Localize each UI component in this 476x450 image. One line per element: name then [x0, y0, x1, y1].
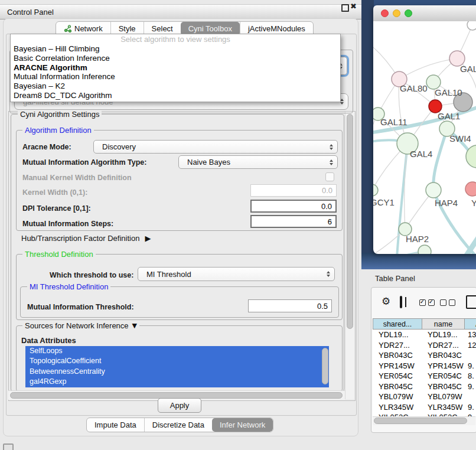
- dropdown-item[interactable]: Dream8 DC_TDC Algorithm: [11, 91, 340, 100]
- hub-definition-label: Hub/Transcription Factor Definition: [21, 234, 139, 243]
- network-view-window[interactable]: GAL GAL80 GAL10 GAL1 GAL11 SWI4 GAL4 GCY…: [373, 5, 476, 254]
- mi-steps-label: Mutual Information Steps:: [22, 220, 113, 228]
- dropdown-prompt: Select algorithm to view settings: [11, 34, 340, 44]
- kernel-width-field[interactable]: 0.0: [250, 184, 337, 197]
- which-threshold-value: MI Threshold: [138, 270, 191, 279]
- cyni-mode-tabs: Impute Data Discretize Data Infer Networ…: [86, 418, 273, 432]
- table-row[interactable]: YBL079WYBL079W: [373, 392, 476, 402]
- table-row[interactable]: YDR27...YDR27...12: [373, 340, 476, 351]
- table-row[interactable]: YPR145WYPR145W9.: [373, 361, 476, 371]
- mi-threshold-label: Mutual Information Threshold:: [27, 303, 134, 311]
- svg-text:GAL80: GAL80: [400, 83, 428, 93]
- cyni-settings-group-title: Cyni Algorithm Settings: [18, 110, 102, 119]
- network-canvas[interactable]: GAL GAL80 GAL10 GAL1 GAL11 SWI4 GAL4 GCY…: [373, 21, 476, 254]
- node-gcy1[interactable]: [373, 184, 378, 196]
- svg-text:HAP2: HAP2: [406, 234, 429, 244]
- manual-kernel-label: Manual Kernel Width Definition: [22, 174, 132, 182]
- combo-stepper-icon: [330, 144, 333, 150]
- table-row[interactable]: YBR045CYBR045C9.: [373, 381, 476, 392]
- combo-stepper-icon: [327, 271, 330, 277]
- dropdown-item-selected[interactable]: ARACNE Algorithm: [11, 63, 340, 73]
- control-panel-title: Control Panel: [7, 8, 54, 17]
- minimize-window-icon[interactable]: [393, 9, 400, 17]
- algorithm-definition-title: Algorithm Definition: [22, 126, 94, 135]
- settings-gear-icon[interactable]: ⚙: [382, 295, 390, 307]
- svg-text:Y: Y: [471, 198, 476, 208]
- threshold-definition-title: Threshold Definition: [22, 250, 96, 259]
- deselect-columns-icon[interactable]: [440, 299, 455, 306]
- tab-impute-data[interactable]: Impute Data: [87, 418, 144, 432]
- mi-steps-field[interactable]: 6: [250, 215, 337, 228]
- node-unlabeled[interactable]: [467, 21, 476, 30]
- desktop-shadow: [361, 0, 374, 269]
- table-row[interactable]: YLR345WYLR345W9.: [373, 402, 476, 413]
- data-attributes-list: SelfLoops TopologicalCoefficient Between…: [25, 346, 329, 387]
- export-table-icon[interactable]: [466, 295, 476, 309]
- svg-text:GAL: GAL: [460, 64, 476, 74]
- settings-vscroll-thumb[interactable]: [347, 114, 353, 329]
- float-window-icon[interactable]: [341, 4, 349, 12]
- mi-threshold-definition-title: MI Threshold Definition: [27, 282, 110, 291]
- attribute-item-selected[interactable]: gal4RGexp: [25, 377, 329, 387]
- mi-type-label: Mutual Information Algorithm Type:: [22, 158, 146, 167]
- sources-group-title[interactable]: Sources for Network Inference ▼: [22, 321, 139, 330]
- tab-discretize-data[interactable]: Discretize Data: [144, 418, 212, 432]
- close-window-icon[interactable]: [381, 9, 389, 17]
- attribute-item-selected[interactable]: BetweennessCentrality: [25, 367, 329, 377]
- svg-text:HAP4: HAP4: [435, 198, 458, 208]
- algorithm-dropdown-popup: Select algorithm to view settings Bayesi…: [10, 34, 341, 102]
- screen: Control Panel ✖ Network Style Select Cyn…: [0, 0, 476, 450]
- zoom-window-icon[interactable]: [405, 9, 412, 17]
- which-threshold-label: Which threshold to use:: [50, 271, 133, 279]
- aracne-mode-label: Aracne Mode:: [22, 143, 71, 151]
- expand-arrow-icon: ▶: [145, 234, 151, 243]
- node-bottom[interactable]: [418, 245, 431, 254]
- attribute-item-selected[interactable]: SelfLoops: [25, 346, 329, 356]
- mi-type-value: Naive Bayes: [179, 158, 230, 167]
- select-all-columns-icon[interactable]: [419, 299, 435, 306]
- apply-button[interactable]: Apply: [158, 398, 201, 413]
- close-panel-icon[interactable]: ✖: [350, 2, 357, 11]
- aracne-mode-value: Discovery: [94, 142, 136, 151]
- table-panel-title: Table Panel: [375, 274, 415, 283]
- table-panel: ⚙ shared... name A YDL19...YDL19...13 YD…: [371, 287, 476, 433]
- table-row[interactable]: YDL19...YDL19...13: [373, 330, 476, 340]
- manual-kernel-checkbox[interactable]: [325, 172, 334, 181]
- svg-text:GAL10: GAL10: [435, 87, 462, 97]
- table-body: YDL19...YDL19...13 YDR27...YDR27...12 YB…: [373, 330, 476, 416]
- mi-threshold-field[interactable]: 0.5: [248, 299, 332, 312]
- table-hscroll-thumb[interactable]: [374, 418, 467, 424]
- dropdown-item[interactable]: Basic Correlation Inference: [11, 54, 340, 63]
- node-salmon[interactable]: [465, 182, 476, 196]
- network-node-labels: GAL GAL80 GAL10 GAL1 GAL11 SWI4 GAL4 GCY…: [373, 64, 476, 244]
- hub-definition-expander[interactable]: Hub/Transcription Factor Definition ▶: [21, 234, 151, 243]
- table-row[interactable]: YER054CYER054C8.: [373, 371, 476, 381]
- attributes-list-scrollbar[interactable]: [322, 348, 328, 384]
- column-header-partial[interactable]: A: [464, 318, 476, 330]
- column-header-name[interactable]: name: [422, 318, 465, 330]
- table-row[interactable]: YBR043CYBR043C: [373, 350, 476, 361]
- svg-text:GCY1: GCY1: [373, 197, 395, 207]
- desktop-band: [361, 253, 476, 269]
- svg-text:GAL4: GAL4: [410, 149, 432, 159]
- aracne-mode-combo[interactable]: Discovery: [93, 140, 338, 154]
- dpi-tolerance-label: DPI Tolerance [0,1]:: [22, 204, 91, 213]
- table-row[interactable]: YIL052CYIL052C9: [373, 412, 476, 416]
- dpi-tolerance-field[interactable]: 0.0: [250, 200, 337, 213]
- node-hap4[interactable]: [426, 182, 441, 198]
- dropdown-item[interactable]: Bayesian – K2: [11, 81, 340, 91]
- dropdown-item[interactable]: Bayesian – Hill Climbing: [11, 44, 340, 54]
- attribute-item-selected[interactable]: TopologicalCoefficient: [25, 356, 329, 366]
- tab-infer-network[interactable]: Infer Network: [212, 418, 273, 432]
- columns-icon[interactable]: [400, 296, 402, 308]
- network-tab-icon: [64, 25, 71, 32]
- mi-type-combo[interactable]: Naive Bayes: [178, 155, 338, 169]
- which-threshold-combo[interactable]: MI Threshold: [138, 267, 335, 281]
- minimized-window-icon[interactable]: [3, 444, 14, 450]
- network-window-titlebar[interactable]: [373, 5, 476, 22]
- dropdown-item[interactable]: Mutual Information Inference: [11, 72, 340, 81]
- control-panel-titlebar[interactable]: Control Panel: [0, 4, 361, 19]
- column-header-shared[interactable]: shared...: [373, 318, 422, 330]
- svg-text:GAL11: GAL11: [380, 117, 407, 127]
- svg-text:GAL1: GAL1: [438, 111, 460, 121]
